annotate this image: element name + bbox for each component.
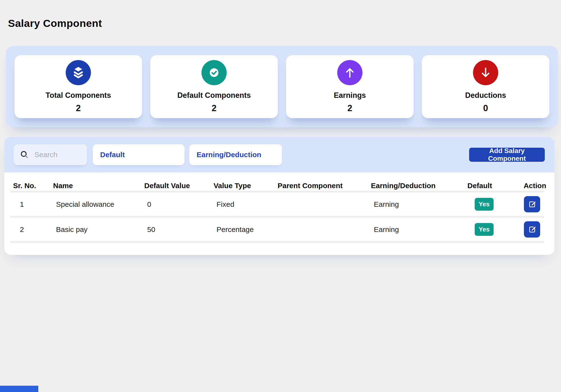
row-divider xyxy=(10,241,544,243)
edit-row-button[interactable] xyxy=(524,196,540,212)
page-title: Salary Component xyxy=(8,17,102,29)
edit-pencil-icon xyxy=(528,200,537,209)
filter-default-select[interactable]: Default xyxy=(93,144,184,165)
stat-value: 2 xyxy=(76,103,81,113)
column-header-sr-no: Sr. No. xyxy=(13,182,53,190)
stat-card-deductions: Deductions 0 xyxy=(422,55,549,118)
filter-default-label: Default xyxy=(100,151,125,159)
column-header-default-value: Default Value xyxy=(144,182,214,190)
column-header-name: Name xyxy=(53,182,144,190)
cell-value-type: Fixed xyxy=(214,200,278,208)
column-header-action: Action xyxy=(524,182,554,190)
default-yes-badge[interactable]: Yes xyxy=(475,223,494,236)
cell-earning-deduction: Earning xyxy=(371,226,467,234)
cell-earning-deduction: Earning xyxy=(371,200,467,208)
stat-card-default-components: Default Components 2 xyxy=(150,55,278,118)
cell-sr-no: 1 xyxy=(13,200,53,208)
filter-earning-deduction-label: Earning/Deduction xyxy=(197,151,261,159)
stat-value: 2 xyxy=(212,103,216,113)
salary-component-card: Default Earning/Deduction Add Salary Com… xyxy=(4,137,554,255)
search-box[interactable] xyxy=(14,144,87,165)
column-header-earning-deduction: Earning/Deduction xyxy=(371,182,467,190)
stat-label: Deductions xyxy=(465,91,506,100)
stat-value: 0 xyxy=(483,103,488,113)
stat-card-total-components: Total Components 2 xyxy=(15,55,142,118)
search-input[interactable] xyxy=(34,150,81,159)
arrow-down-icon xyxy=(473,60,498,85)
stat-label: Earnings xyxy=(334,91,366,100)
edit-row-button[interactable] xyxy=(524,221,540,237)
cell-name: Special allowance xyxy=(53,200,144,208)
row-divider xyxy=(10,216,544,218)
column-header-value-type: Value Type xyxy=(214,182,278,190)
table-row: 2 Basic pay 50 Percentage Earning Yes xyxy=(4,218,554,241)
add-salary-component-button[interactable]: Add Salary Component xyxy=(469,148,545,162)
stat-value: 2 xyxy=(347,103,352,113)
column-header-parent-component: Parent Component xyxy=(278,182,371,190)
layers-icon xyxy=(66,60,91,85)
header-divider xyxy=(10,191,544,193)
table-row: 1 Special allowance 0 Fixed Earning Yes xyxy=(4,193,554,216)
toolbar: Default Earning/Deduction Add Salary Com… xyxy=(4,137,554,172)
default-yes-badge[interactable]: Yes xyxy=(475,198,494,211)
stat-label: Total Components xyxy=(46,91,111,100)
stat-card-earnings: Earnings 2 xyxy=(286,55,414,118)
edit-pencil-icon xyxy=(528,225,537,234)
check-circle-icon xyxy=(202,60,227,85)
salary-component-table: Sr. No. Name Default Value Value Type Pa… xyxy=(4,172,554,255)
search-icon xyxy=(20,150,29,159)
cell-value-type: Percentage xyxy=(214,226,278,234)
horizontal-scrollbar-thumb[interactable] xyxy=(0,386,38,392)
cell-default-value: 50 xyxy=(144,226,214,234)
cell-default-value: 0 xyxy=(144,200,214,208)
column-header-default: Default xyxy=(467,182,516,190)
cell-name: Basic pay xyxy=(53,226,144,234)
arrow-up-icon xyxy=(337,60,362,85)
table-header-row: Sr. No. Name Default Value Value Type Pa… xyxy=(4,172,554,191)
filter-earning-deduction-select[interactable]: Earning/Deduction xyxy=(189,144,282,165)
cell-sr-no: 2 xyxy=(13,226,53,234)
stat-label: Default Components xyxy=(177,91,251,100)
stats-panel: Total Components 2 Default Components 2 … xyxy=(6,46,558,127)
